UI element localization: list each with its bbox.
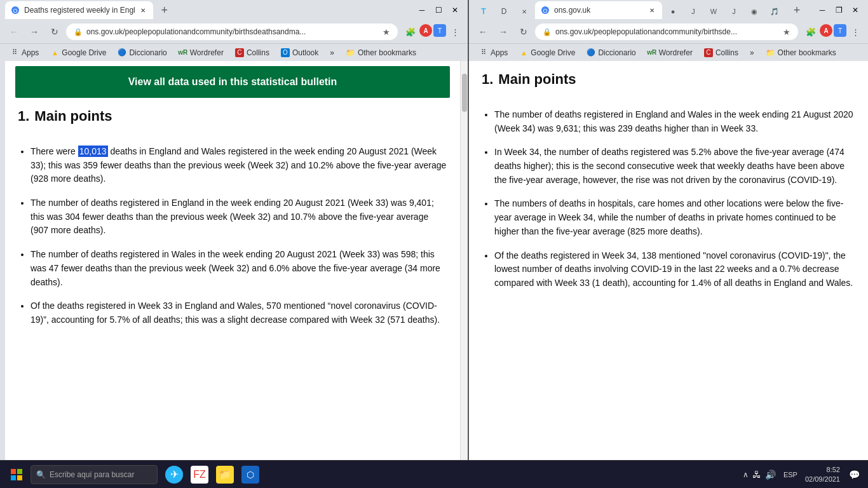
bookmark-more-right[interactable]: »	[745, 46, 759, 60]
back-btn-left[interactable]: ←	[5, 23, 23, 41]
menu-btn-right[interactable]: ⋮	[848, 24, 863, 39]
bullet-item-3: The number of deaths registered in Wales…	[31, 248, 447, 289]
svg-text:O: O	[13, 8, 17, 14]
restore-btn-right[interactable]: ❐	[831, 3, 846, 18]
gdrive-icon-right: ▲	[519, 48, 528, 57]
bookmark-apps-left[interactable]: ⠿ Apps	[5, 46, 44, 60]
bookmark-wordrefer-right[interactable]: wR Wordrefer	[642, 46, 698, 60]
svg-text:O: O	[543, 8, 547, 14]
page-content-right[interactable]: 1. Main points The number of deaths regi…	[469, 61, 868, 460]
reload-btn-left[interactable]: ↻	[46, 23, 64, 41]
taskbar-sys-icons: ∧ 🖧 🔊	[743, 470, 776, 480]
taskbar-clock[interactable]: 8:52 02/09/2021	[805, 465, 840, 484]
tab-more-3[interactable]: W	[704, 4, 723, 19]
lock-icon-right: 🔒	[543, 28, 552, 36]
right-bullet-1: The number of deaths registered in Engla…	[494, 108, 855, 135]
tab-more-6[interactable]: 🎵	[765, 4, 784, 19]
toolbar-icons-left: 🧩 A T ⋮	[403, 24, 463, 39]
minimize-btn-left[interactable]: ─	[414, 3, 430, 18]
forward-btn-right[interactable]: →	[494, 23, 512, 41]
taskbar-icon-filezilla[interactable]: FZ	[188, 463, 211, 486]
new-tab-right[interactable]: +	[788, 1, 806, 19]
extensions-icon-left[interactable]: 🧩	[403, 24, 418, 39]
outlook-icon-left: O	[281, 48, 290, 57]
url-bar-left[interactable]: 🔒 ons.gov.uk/peoplepopulationandcommunit…	[66, 24, 398, 40]
window-controls-right: ─ ❐ ✕	[815, 3, 863, 18]
bullet-item-2: The number of deaths registered in Engla…	[31, 196, 447, 238]
tab-more-5[interactable]: ◉	[745, 4, 764, 19]
section-heading-left: 1. Main points	[18, 108, 447, 135]
tab-close-left[interactable]: ✕	[138, 5, 148, 15]
tab-more-2[interactable]: J	[684, 4, 703, 19]
address-bar-right: ← → ↻ 🔒 ons.gov.uk/peoplepopulationandco…	[469, 20, 868, 43]
tab-telegram[interactable]: T	[474, 4, 493, 19]
main-content-left: 1. Main points There were 10,013 deaths …	[5, 103, 460, 350]
url-icons-right: ★	[783, 27, 790, 37]
start-button[interactable]	[5, 463, 28, 486]
bookmark-diccionario-right[interactable]: 🔵 Diccionario	[581, 46, 641, 60]
back-btn-right[interactable]: ←	[474, 23, 492, 41]
translate-icon-left[interactable]: T	[433, 24, 446, 37]
highlight-number: 10,013	[78, 146, 108, 157]
bookmark-apps-right[interactable]: ⠿ Apps	[474, 46, 513, 60]
taskbar-chevron-up-icon[interactable]: ∧	[743, 470, 749, 479]
close-btn-right[interactable]: ✕	[848, 3, 863, 18]
collins-icon-right: C	[704, 48, 713, 57]
tab-more-4[interactable]: J	[724, 4, 743, 19]
tab-d[interactable]: D	[494, 4, 513, 19]
scrollbar-left[interactable]	[460, 61, 468, 460]
tab-close-right[interactable]: ✕	[647, 5, 657, 15]
abbyy-icon-left[interactable]: A	[419, 24, 432, 37]
tab-x[interactable]: ✕	[515, 4, 534, 19]
close-btn-left[interactable]: ✕	[447, 3, 463, 18]
taskbar-icon-telegram[interactable]: ✈	[163, 463, 186, 486]
lock-icon-left: 🔒	[74, 28, 83, 36]
minimize-btn-right[interactable]: ─	[815, 3, 830, 18]
wordrefer-icon-right: wR	[648, 48, 656, 57]
tab-favicon-left: O	[10, 5, 20, 15]
bullet-item-1: There were 10,013 deaths in England and …	[31, 145, 447, 186]
url-text-left: ons.gov.uk/peoplepopulationandcommunity/…	[86, 27, 383, 36]
taskbar-date: 02/09/2021	[805, 475, 840, 484]
tab-favicon-right: O	[540, 5, 550, 15]
bookmark-gdrive-right[interactable]: ▲ Google Drive	[514, 46, 580, 60]
translate-icon-right[interactable]: T	[834, 24, 846, 37]
view-data-button[interactable]: View all data used in this statistical b…	[15, 66, 450, 98]
new-tab-left[interactable]: +	[156, 1, 173, 19]
bookmarks-bar-left: ⠿ Apps ▲ Google Drive 🔵 Diccionario wR W…	[0, 43, 468, 61]
url-bar-right[interactable]: 🔒 ons.gov.uk/peoplepopulationandcommunit…	[535, 24, 798, 40]
taskbar-search-bar[interactable]: 🔍 Escribe aquí para buscar	[31, 465, 158, 484]
bookmark-gdrive-left[interactable]: ▲ Google Drive	[45, 46, 111, 60]
bookmark-collins-left[interactable]: C Collins	[230, 46, 275, 60]
tab-active-right[interactable]: O ons.gov.uk ✕	[535, 1, 662, 19]
menu-btn-left[interactable]: ⋮	[447, 24, 463, 39]
bookmarks-bar-right: ⠿ Apps ▲ Google Drive 🔵 Diccionario wR W…	[469, 43, 868, 61]
bookmark-outlook-left[interactable]: O Outlook	[276, 46, 323, 60]
tab-title-left: Deaths registered weekly in Engl	[24, 6, 135, 15]
bookmark-diccionario-left[interactable]: 🔵 Diccionario	[112, 46, 172, 60]
forward-btn-left[interactable]: →	[25, 23, 43, 41]
bookmark-wordrefer-left[interactable]: wR Wordrefer	[173, 46, 229, 60]
maximize-btn-left[interactable]: ☐	[431, 3, 446, 18]
scrollbar-thumb-left[interactable]	[462, 74, 467, 112]
bookmark-other-right[interactable]: 📁 Other bookmarks	[761, 46, 841, 60]
taskbar-network-icon[interactable]: 🖧	[752, 470, 761, 480]
bookmark-collins-right[interactable]: C Collins	[699, 46, 743, 60]
bookmark-other-left[interactable]: 📁 Other bookmarks	[341, 46, 421, 60]
tab-more-1[interactable]: ●	[663, 4, 682, 19]
abbyy-icon-right[interactable]: A	[820, 24, 832, 37]
bookmark-more-left[interactable]: »	[325, 46, 339, 60]
tab-active-left[interactable]: O Deaths registered weekly in Engl ✕	[5, 1, 153, 19]
taskbar-volume-icon[interactable]: 🔊	[765, 470, 776, 480]
taskbar-language[interactable]: ESP	[783, 471, 797, 478]
extensions-icon-right[interactable]: 🧩	[803, 24, 818, 39]
content-wrapper-left: View all data used in this statistical b…	[0, 61, 468, 460]
page-content-left[interactable]: View all data used in this statistical b…	[5, 61, 460, 460]
filezilla-icon: FZ	[193, 469, 206, 480]
section-number-right: 1.	[482, 71, 493, 88]
taskbar-icon-app4[interactable]: ⬡	[239, 463, 262, 486]
taskbar-icon-files[interactable]: 📁	[214, 463, 236, 486]
reload-btn-right[interactable]: ↻	[515, 23, 532, 41]
svg-rect-6	[11, 475, 16, 480]
taskbar-notification-icon[interactable]: 💬	[845, 466, 863, 484]
